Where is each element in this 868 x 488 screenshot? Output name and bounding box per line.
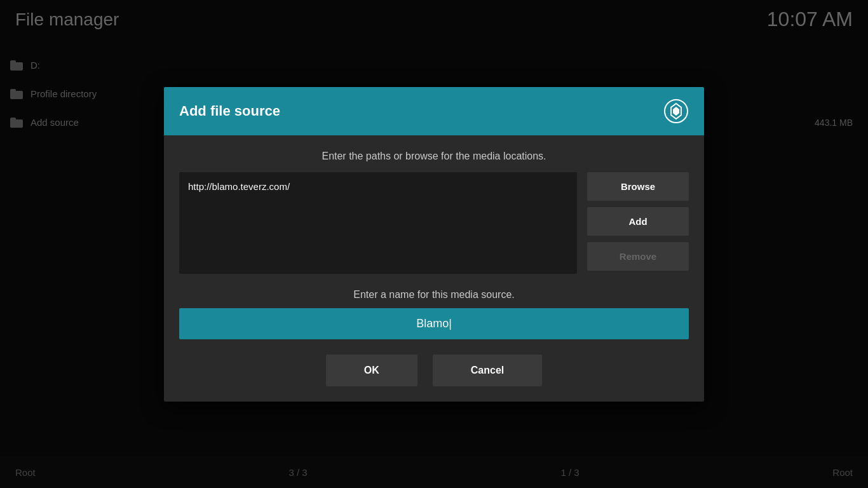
source-name-input[interactable] <box>179 308 689 339</box>
remove-button[interactable]: Remove <box>587 242 689 271</box>
path-section: Browse Add Remove <box>179 172 689 274</box>
kodi-logo-icon <box>663 98 689 124</box>
dialog-body: Enter the paths or browse for the media … <box>164 135 704 402</box>
dialog-header: Add file source <box>164 87 704 135</box>
path-input[interactable] <box>179 172 577 274</box>
path-instruction: Enter the paths or browse for the media … <box>179 151 689 162</box>
name-instruction: Enter a name for this media source. <box>179 289 689 301</box>
cancel-button[interactable]: Cancel <box>433 355 542 386</box>
modal-overlay: Add file source Enter the paths or brows… <box>0 0 868 488</box>
dialog-actions: OK Cancel <box>179 355 689 386</box>
path-buttons: Browse Add Remove <box>587 172 689 274</box>
add-file-source-dialog: Add file source Enter the paths or brows… <box>164 87 704 402</box>
ok-button[interactable]: OK <box>326 355 417 386</box>
svg-marker-2 <box>673 107 679 116</box>
dialog-title: Add file source <box>179 103 280 119</box>
add-button[interactable]: Add <box>587 207 689 236</box>
browse-button[interactable]: Browse <box>587 172 689 201</box>
